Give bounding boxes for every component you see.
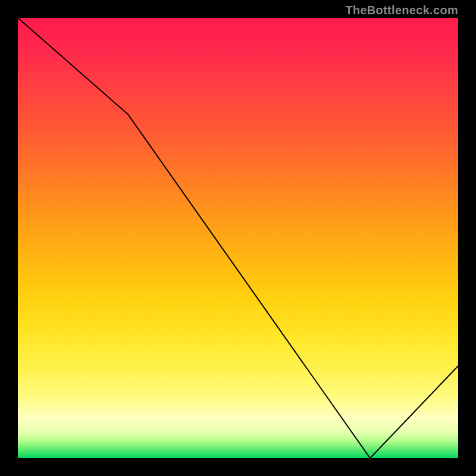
plot-area — [18, 18, 458, 458]
bottleneck-curve — [18, 18, 458, 458]
attribution-text: TheBottleneck.com — [345, 4, 458, 17]
chart-container: TheBottleneck.com — [0, 0, 476, 476]
